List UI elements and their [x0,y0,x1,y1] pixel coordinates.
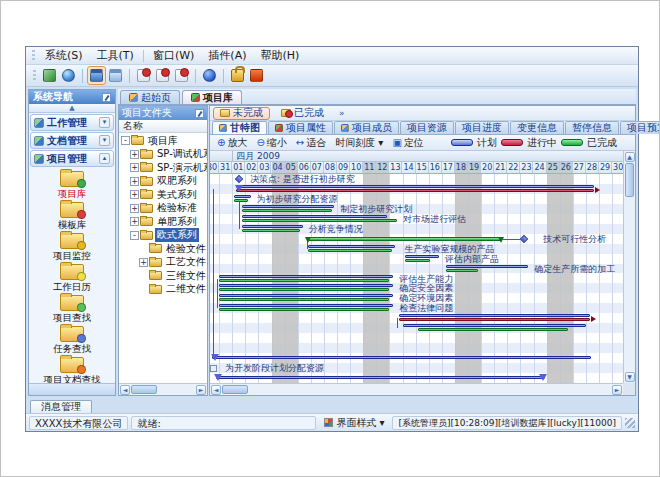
task-bar-plan[interactable] [219,304,393,307]
sidebar-item-2[interactable]: 项目监控 [53,233,91,264]
task-bar-done[interactable] [219,279,389,282]
gantt-tab-7[interactable]: 项目预算 [620,121,660,134]
gantt-tab-2[interactable]: 项目成员 [334,121,399,134]
expander-icon[interactable]: - [130,231,139,240]
gantt-tab-5[interactable]: 变更信息 [510,121,564,134]
scroll-left-icon[interactable]: ◄ [120,385,130,395]
task-bar-plan[interactable] [242,205,334,208]
sidebar-item-3[interactable]: 工作日历 [53,264,91,295]
tree-node-11[interactable]: 二维文件 [119,283,207,297]
sidebar-item-6[interactable]: 项目文档查找 [44,357,101,383]
zoom-out-button[interactable]: ⊖缩小 [253,136,289,150]
chevron-icon[interactable]: ▴ [99,153,110,164]
tree-node-7[interactable]: -欧式系列 [119,229,207,243]
menu-item-4[interactable]: 帮助(H) [253,47,306,64]
menu-item-1[interactable]: 工具(T) [90,47,141,64]
task-bar-plan[interactable] [219,284,393,287]
expander-icon[interactable]: + [139,258,148,267]
tree-node-2[interactable]: +SP-演示机系 [119,161,207,175]
scroll-down-icon[interactable]: ▼ [625,372,635,382]
task-bar-summary[interactable] [308,237,501,241]
doc-close-icon[interactable] [135,67,152,84]
task-bar-done[interactable] [219,288,389,291]
task-bar-done[interactable] [234,199,248,202]
sidebar-item-0[interactable]: 项目库 [58,171,87,202]
time-scale-button[interactable]: 时间刻度 ▾ [332,136,386,150]
tree-pin-icon[interactable] [195,109,204,118]
task-bar-plan[interactable] [308,245,394,248]
gantt-tab-0[interactable]: 甘特图 [212,121,267,134]
gantt-tab-3[interactable]: 项目资源 [400,121,454,134]
help-icon[interactable]: ? [201,67,218,84]
expander-icon[interactable]: + [130,204,139,213]
expander-icon[interactable]: + [130,150,139,159]
task-note-icon[interactable] [210,365,217,372]
filter-0[interactable]: 未完成 [213,107,270,120]
system-icon[interactable] [41,67,58,84]
sidebar-section-0[interactable]: 工作管理▾ [30,114,114,131]
sidebar-collapse-strip[interactable]: ▲ [29,104,115,113]
scroll-up-icon[interactable]: ▲ [625,152,635,162]
scroll-right-icon[interactable]: ► [196,385,206,395]
sidebar-item-1[interactable]: 模板库 [58,202,87,233]
sidebar-section-1[interactable]: 文档管理▾ [30,132,114,149]
sidebar-item-5[interactable]: 任务查找 [53,326,91,357]
task-bar-plan[interactable] [219,294,393,297]
tree-column-header[interactable]: 名称 [119,120,207,133]
task-bar-plan[interactable] [236,185,594,188]
window-icon[interactable] [88,67,105,84]
tree-panel-header[interactable]: 项目文件夹 [119,106,207,120]
scroll-right-icon[interactable]: ► [612,385,622,395]
chevron-icon[interactable]: ▾ [99,117,110,128]
task-bar-progress[interactable] [236,189,594,192]
task-bar-plan[interactable] [399,314,590,317]
task-bar-plan[interactable] [242,215,387,218]
chevron-icon[interactable]: ▾ [99,135,110,146]
task-bar-plan[interactable] [216,376,545,379]
tree-hscrollbar[interactable]: ◄ ► [119,383,207,395]
task-bar-done[interactable] [242,229,300,232]
message-management-tab[interactable]: 消息管理 [30,400,92,413]
tree-node-5[interactable]: +检验标准 [119,202,207,216]
doc-tab-0[interactable]: 起始页 [120,90,180,104]
gantt-hscroll-thumb[interactable] [222,385,248,394]
task-bar-done[interactable] [308,249,392,252]
lock-icon[interactable] [229,67,246,84]
sidebar-section-2[interactable]: 项目管理▴ [30,150,114,167]
tree-node-6[interactable]: +单肥系列 [119,215,207,229]
scroll-left-icon[interactable]: ◄ [211,385,221,395]
menu-item-3[interactable]: 插件(A) [201,47,253,64]
gantt-vscrollbar[interactable]: ▲ ▼ [623,151,635,383]
cascade-window-icon[interactable] [107,67,124,84]
zoom-in-button[interactable]: ⊕放大 [214,136,250,150]
task-bar-plan[interactable] [212,356,591,359]
expander-icon[interactable]: + [130,163,139,172]
task-bar-done[interactable] [219,308,389,311]
doc-mail-icon[interactable] [173,67,190,84]
expander-icon[interactable]: + [130,177,139,186]
task-bar-plan[interactable] [405,255,439,258]
gantt-vscroll-thumb[interactable] [625,163,634,197]
tree-node-9[interactable]: +工艺文件 [119,256,207,270]
gantt-tab-4[interactable]: 项目进度 [455,121,509,134]
filter-1[interactable]: 已完成 [274,107,331,120]
task-bar-done[interactable] [418,328,567,331]
task-bar-plan[interactable] [403,324,586,327]
tree-node-4[interactable]: +美式系列 [119,188,207,202]
ui-style-button[interactable]: 界面样式 ▾ [319,416,389,430]
doc-tab-1[interactable]: 项目库 [182,90,242,104]
sidebar-collapsed-panel[interactable] [29,383,115,395]
task-bar-done[interactable] [242,219,397,222]
gantt-tab-1[interactable]: 项目属性 [268,121,333,134]
task-bar-done[interactable] [405,259,430,262]
task-bar-plan[interactable] [219,275,393,278]
network-icon[interactable] [60,67,77,84]
tree-node-8[interactable]: 检验文件 [119,242,207,256]
power-icon[interactable]: O [248,67,265,84]
doc-refresh-icon[interactable] [154,67,171,84]
overflow-chevron-icon[interactable]: » [339,108,345,118]
tree-node-1[interactable]: +SP-调试机系 [119,148,207,162]
task-bar-plan[interactable] [234,195,250,198]
task-bar-progress[interactable] [399,318,590,321]
task-bar-done[interactable] [242,209,332,212]
